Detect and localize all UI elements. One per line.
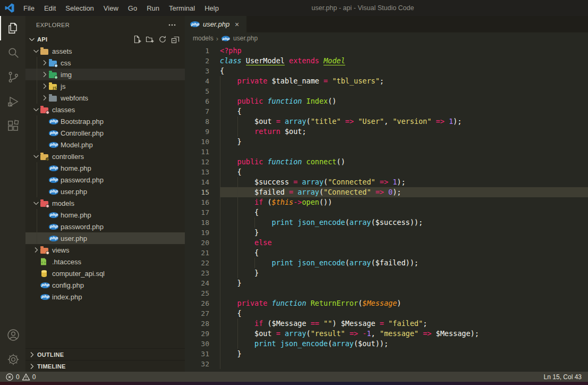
code-line-3[interactable]: 3{ [185,66,588,76]
code-line-32[interactable]: 32 [185,359,588,369]
folder-img-icon [49,71,59,78]
new-file-icon[interactable] [132,34,142,45]
timeline-panel-header[interactable]: TIMELINE [25,360,185,372]
code-editor[interactable]: 1<?php2class UserModel extends Model3{4p… [185,44,588,372]
tree-item-assets[interactable]: assets [25,45,185,57]
menu-file[interactable]: File [19,0,39,16]
code-line-31[interactable]: 31} [185,349,588,359]
code-line-13[interactable]: 13{ [185,167,588,177]
code-line-28[interactable]: 28if ($Message == "") $Message = "failed… [185,319,588,329]
code-line-17[interactable]: 17{ [185,207,588,217]
activity-search-icon[interactable] [0,40,25,65]
tree-item-label: views [52,246,70,254]
menu-run[interactable]: Run [142,0,164,16]
close-icon[interactable]: × [233,21,241,28]
line-number: 30 [185,339,209,349]
code-line-22[interactable]: 22print json_encode(array($failed)); [185,258,588,268]
code-line-7[interactable]: 7{ [185,106,588,116]
php-icon: php [49,142,59,148]
code-line-10[interactable]: 10} [185,137,588,147]
workspace-section-header[interactable]: API [25,34,185,45]
breadcrumb-file[interactable]: user.php [233,35,258,42]
code-line-18[interactable]: 18print json_encode(array($success)); [185,217,588,228]
activity-bar [0,16,25,372]
code-line-19[interactable]: 19} [185,228,588,238]
outline-panel-header[interactable]: OUTLINE [25,348,185,360]
activity-run-debug-icon[interactable] [0,89,25,114]
code-line-1[interactable]: 1<?php [185,46,588,56]
activity-settings-icon[interactable] [0,347,25,372]
tree-item-models[interactable]: models [25,197,185,209]
code-line-12[interactable]: 12public function connect() [185,157,588,167]
menu-help[interactable]: Help [200,0,224,16]
tree-item-computer-api-sql[interactable]: computer_api.sql [25,267,185,279]
collapse-folders-icon[interactable] [170,34,181,45]
cursor-position[interactable]: Ln 15, Col 43 [544,373,582,381]
line-number: 25 [185,288,209,298]
menu-go[interactable]: Go [123,0,142,16]
php-icon: php [49,165,59,171]
tree-item-js[interactable]: JSjs [25,80,185,92]
activity-extensions-icon[interactable] [0,114,25,138]
line-number: 14 [185,177,209,187]
code-line-27[interactable]: 27{ [185,308,588,319]
tree-item-password-php[interactable]: phppassword.php [25,221,185,232]
refresh-explorer-icon[interactable] [157,34,168,45]
tree-item-css[interactable]: css [25,57,185,69]
code-line-21[interactable]: 21{ [185,248,588,258]
menu-view[interactable]: View [99,0,123,16]
tree-item-views[interactable]: views [25,244,185,256]
tree-item-bootstrap-php[interactable]: phpBootstrap.php [25,115,185,127]
code-line-4[interactable]: 4private $table_name = "tbl_users"; [185,76,588,86]
tree-item-label: home.php [61,164,91,172]
code-line-8[interactable]: 8$out = array("title" => "User", "versio… [185,116,588,127]
tree-item-controller-php[interactable]: phpController.php [25,127,185,139]
code-line-9[interactable]: 9return $out; [185,127,588,137]
tree-item-model-php[interactable]: phpModel.php [25,139,185,150]
code-line-2[interactable]: 2class UserModel extends Model [185,56,588,66]
tree-item-password-php[interactable]: phppassword.php [25,174,185,186]
code-line-25[interactable]: 25 [185,288,588,298]
menu-terminal[interactable]: Terminal [164,0,200,16]
chevron-right-icon [40,58,49,67]
tree-item-controllers[interactable]: controllers [25,150,185,162]
tree-item-user-php[interactable]: phpuser.php [25,232,185,244]
tree-item-htaccess[interactable]: .htaccess [25,256,185,267]
code-line-26[interactable]: 26private function ReturnError($Message) [185,298,588,308]
breadcrumb-folder[interactable]: models [193,35,214,42]
new-folder-icon[interactable] [144,34,155,45]
tree-item-index-php[interactable]: phpindex.php [25,291,185,303]
activity-explorer-icon[interactable] [0,16,25,40]
code-line-20[interactable]: 20else [185,238,588,248]
tree-item-label: Controller.php [61,129,104,137]
tree-item-label: models [52,199,74,207]
problems-status[interactable]: 0 0 [5,373,36,381]
code-line-24[interactable]: 24} [185,278,588,288]
code-line-23[interactable]: 23} [185,268,588,278]
chevron-right-icon [40,70,49,79]
tree-item-user-php[interactable]: phpuser.php [25,186,185,197]
code-line-29[interactable]: 29$out = array("result" => -1, "message"… [185,329,588,339]
code-line-30[interactable]: 30print json_encode(array($out)); [185,339,588,349]
tree-item-label: Model.php [61,141,93,149]
activity-source-control-icon[interactable] [0,65,25,89]
tab-user-php[interactable]: php user.php × [185,16,246,32]
code-line-16[interactable]: 16if ($this->open()) [185,197,588,207]
tree-item-home-php[interactable]: phphome.php [25,209,185,221]
menu-selection[interactable]: Selection [61,0,98,16]
code-line-15[interactable]: 15$failed = array("Connected" => 0); [185,187,588,197]
menu-edit[interactable]: Edit [39,0,61,16]
more-actions-icon[interactable] [167,20,177,30]
tree-item-webfonts[interactable]: webfonts [25,92,185,104]
tree-item-classes[interactable]: classes [25,104,185,115]
code-line-6[interactable]: 6public function Index() [185,96,588,106]
code-line-5[interactable]: 5 [185,86,588,96]
tree-item-home-php[interactable]: phphome.php [25,162,185,174]
folder-assets-icon [40,48,51,55]
tree-item-config-php[interactable]: phpconfig.php [25,279,185,291]
tree-item-label: assets [52,47,72,55]
tree-item-img[interactable]: img [25,69,185,80]
code-line-14[interactable]: 14$success = array("Connected" => 1); [185,177,588,187]
code-line-11[interactable]: 11 [185,147,588,157]
activity-account-icon[interactable] [0,323,25,347]
